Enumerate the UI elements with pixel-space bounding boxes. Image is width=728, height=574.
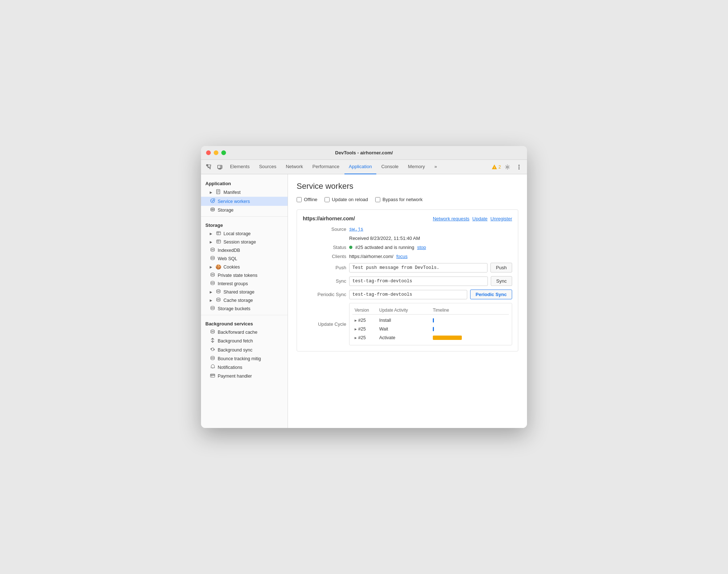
tab-elements[interactable]: Elements (226, 160, 254, 174)
maximize-button[interactable] (221, 150, 226, 155)
tab-more[interactable]: » (430, 160, 441, 174)
main-panel: Service workers Offline Update on reload… (288, 174, 527, 428)
tab-memory[interactable]: Memory (403, 160, 429, 174)
sidebar-label-storage: Storage (218, 208, 234, 213)
devtools-window: DevTools - airhorner.com/ Elements Sourc… (201, 146, 527, 428)
svg-text:!: ! (494, 166, 495, 169)
network-requests-link[interactable]: Network requests (433, 216, 469, 221)
sidebar-item-bg-fetch[interactable]: Background fetch (201, 336, 288, 345)
offline-checkbox-label[interactable]: Offline (297, 197, 317, 202)
update-on-reload-checkbox[interactable] (325, 197, 330, 202)
cache-storage-icon (216, 298, 221, 303)
sidebar-label-bg-fetch: Background fetch (218, 338, 253, 344)
tab-network[interactable]: Network (281, 160, 307, 174)
svg-point-33 (217, 292, 220, 293)
sidebar-label-payment: Payment handler (218, 374, 252, 379)
cycle-timeline-1 (433, 318, 507, 323)
periodic-sync-input[interactable] (349, 290, 467, 299)
sidebar-item-manifest[interactable]: ▶ Manifest (201, 188, 288, 197)
sidebar-item-bounce[interactable]: Bounce tracking mitig (201, 354, 288, 363)
bypass-network-checkbox[interactable] (375, 197, 380, 202)
sidebar-section-bg-services: Background services (201, 317, 288, 328)
focus-link[interactable]: focus (396, 254, 407, 259)
cycle-version-3: ▶ #25 (355, 335, 376, 340)
cycle-activity-1: Install (379, 318, 430, 323)
push-button[interactable]: Push (490, 263, 512, 273)
sidebar-section-application: Application (201, 177, 288, 188)
periodic-sync-label: Periodic Sync (303, 292, 346, 297)
interest-groups-icon (210, 281, 216, 286)
sidebar-item-interest-groups[interactable]: Interest groups (201, 279, 288, 288)
source-label: Source (303, 226, 346, 232)
sidebar-label-interest-groups: Interest groups (218, 281, 248, 286)
received-value: Received 8/23/2022, 11:51:40 AM (349, 236, 512, 241)
cycle-arrow-2[interactable]: ▶ (355, 328, 357, 331)
sidebar-label-back-forward: Back/forward cache (218, 330, 258, 335)
cycle-header: Version Update Activity Timeline (352, 306, 509, 315)
cycle-timeline-2 (433, 327, 507, 331)
more-options-icon[interactable] (514, 162, 524, 172)
status-value: #25 activated and is running stop (349, 245, 512, 250)
device-toggle-icon[interactable] (215, 162, 225, 172)
sidebar-item-shared-storage[interactable]: ▶ Shared storage (201, 288, 288, 296)
sidebar-item-back-forward[interactable]: Back/forward cache (201, 328, 288, 336)
sidebar-item-cookies[interactable]: ▶ 🍪 Cookies (201, 263, 288, 271)
window-title: DevTools - airhorner.com/ (335, 150, 393, 155)
push-input[interactable] (349, 263, 488, 273)
update-on-reload-checkbox-label[interactable]: Update on reload (325, 197, 368, 202)
sidebar-item-payment[interactable]: Payment handler (201, 372, 288, 380)
periodic-sync-button[interactable]: Periodic Sync (470, 290, 512, 299)
clients-url: https://airhorner.com/ (349, 254, 393, 259)
close-button[interactable] (206, 150, 211, 155)
bypass-network-checkbox-label[interactable]: Bypass for network (375, 197, 423, 202)
sidebar-label-private-state: Private state tokens (218, 273, 258, 278)
expand-arrow-cache: ▶ (210, 299, 213, 302)
push-row: Push (349, 263, 512, 273)
sync-input[interactable] (349, 276, 488, 286)
warning-badge[interactable]: ! 2 (491, 164, 501, 170)
websql-icon (210, 256, 216, 261)
sidebar-item-websql[interactable]: Web SQL (201, 254, 288, 263)
cycle-row-activate: ▶ #25 Activate (352, 333, 509, 342)
sidebar-item-bg-sync[interactable]: Background sync (201, 345, 288, 354)
bypass-network-label: Bypass for network (382, 197, 423, 202)
cycle-arrow-1[interactable]: ▶ (355, 319, 357, 322)
tab-console[interactable]: Console (377, 160, 403, 174)
sidebar-item-service-workers[interactable]: Service workers (201, 197, 288, 206)
sidebar-label-service-workers: Service workers (218, 199, 250, 204)
unregister-link[interactable]: Unregister (490, 216, 512, 221)
sidebar-label-local-storage: Local storage (223, 231, 251, 236)
source-link[interactable]: sw.js (349, 226, 363, 232)
sidebar-item-indexeddb[interactable]: IndexedDB (201, 246, 288, 254)
select-element-icon[interactable] (204, 162, 214, 172)
sidebar-item-private-state[interactable]: Private state tokens (201, 271, 288, 279)
offline-checkbox[interactable] (297, 197, 302, 202)
main-content: Application ▶ Manifest (201, 174, 527, 428)
update-on-reload-label: Update on reload (332, 197, 368, 202)
sidebar-item-session-storage[interactable]: ▶ Session storage (201, 238, 288, 246)
sidebar-item-notifications[interactable]: Notifications (201, 363, 288, 372)
update-link[interactable]: Update (472, 216, 488, 221)
sidebar-item-storage[interactable]: Storage (201, 206, 288, 214)
timeline-bar-activate (433, 336, 462, 340)
sidebar-item-cache-storage[interactable]: ▶ Cache storage (201, 296, 288, 304)
tab-performance[interactable]: Performance (308, 160, 344, 174)
minimize-button[interactable] (214, 150, 218, 155)
clients-value: https://airhorner.com/ focus (349, 254, 512, 259)
tab-application[interactable]: Application (344, 160, 376, 174)
svg-point-25 (211, 250, 214, 251)
cycle-version-2: ▶ #25 (355, 326, 376, 332)
stop-link[interactable]: stop (417, 245, 426, 250)
sidebar-item-storage-buckets[interactable]: Storage buckets (201, 304, 288, 313)
settings-icon[interactable] (502, 162, 512, 172)
sync-button[interactable]: Sync (491, 276, 512, 286)
tab-sources[interactable]: Sources (255, 160, 281, 174)
bounce-icon (210, 356, 216, 361)
sidebar-label-notifications: Notifications (218, 365, 242, 370)
sidebar-label-cookies: Cookies (223, 265, 240, 270)
cycle-arrow-3[interactable]: ▶ (355, 336, 357, 340)
sw-actions: Network requests Update Unregister (433, 216, 512, 221)
sidebar-item-local-storage[interactable]: ▶ Local storage (201, 229, 288, 238)
svg-rect-2 (219, 169, 221, 169)
bg-fetch-icon (210, 338, 216, 344)
